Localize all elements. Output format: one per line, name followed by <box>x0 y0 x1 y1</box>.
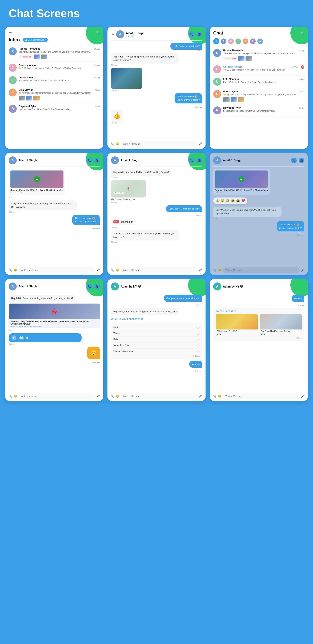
message-input[interactable] <box>18 394 95 399</box>
map-bubble[interactable]: 📍 Bhershah Rd <box>111 180 146 198</box>
microphone-icon[interactable]: 🎤 <box>96 394 100 398</box>
call-button[interactable]: 📞 <box>87 158 92 163</box>
message-file: PDF Tickets.pdf 6:50 pm <box>111 218 202 228</box>
emoji-icon[interactable]: 😊 <box>13 268 17 272</box>
reaction-sad[interactable]: 😢 <box>231 199 235 203</box>
video-button[interactable]: 🎥 <box>299 158 304 163</box>
chat-header: A Advit J. Singh 📞 🎥 <box>213 156 304 167</box>
music-card[interactable]: ▶ Summer Music Mix 2018 🌴 - Kygo, The Ch… <box>9 169 65 195</box>
message-input[interactable] <box>121 394 197 399</box>
call-button[interactable]: 📞 <box>189 32 194 37</box>
attach-icon[interactable]: 📎 <box>9 394 12 398</box>
list-item[interactable]: L Lela Manning16 Aug From Wetlands To Ca… <box>9 74 100 86</box>
list-item[interactable]: E Elva Clayton29 Jul 🤝 My friends and fa… <box>9 86 100 103</box>
avatar: A <box>213 156 221 164</box>
attach-icon[interactable]: 📎 <box>111 394 114 398</box>
option-mens-plus[interactable]: Men's Plus Size <box>113 342 200 349</box>
video-button[interactable]: 🎥 <box>196 32 202 37</box>
microphone-icon[interactable]: 🎤 <box>301 268 304 272</box>
search-icon[interactable]: 🔍 <box>96 30 100 34</box>
message-received: Yes Advit, How can i help you? and What … <box>111 53 202 66</box>
avatar-small[interactable]: R <box>220 38 227 44</box>
reaction-thumbs-up[interactable]: 👍 <box>215 199 219 203</box>
list-item[interactable]: C Cordelia Allison20 Aug 🙌 CDC Issues He… <box>213 63 304 76</box>
chat-header: A Advit J. Singh 📞 🎥 <box>9 156 100 167</box>
audio-message[interactable]: ▶ <box>9 333 82 342</box>
option-men[interactable]: Men <box>113 324 200 330</box>
attach-icon[interactable]: 📎 <box>213 268 217 272</box>
microphone-icon[interactable]: 🎤 <box>301 394 304 398</box>
list-item[interactable]: C Cordelia Allison20 Aug 🙌 CDC Issues He… <box>9 62 100 74</box>
emoji-icon[interactable]: 😊 <box>116 268 119 272</box>
product-image: 👙 <box>9 304 100 319</box>
contact-name: Adam by NY 🖤 <box>121 285 202 288</box>
emoji-icon[interactable]: 😊 <box>116 142 119 146</box>
list-item[interactable]: L Lela Manning16 Aug From Wetlands To Ca… <box>213 76 304 88</box>
message-map: 📍 Bhershah Rd 174 Emanuel Radial Apt. 68… <box>111 180 202 204</box>
option-kids[interactable]: Kids <box>113 336 200 342</box>
list-item[interactable]: E Elva Clayton29 Jul 🤝 My friends and fa… <box>213 88 304 104</box>
products-bubble: DO YOU LIKE ANY? Bikini Monokini Push Up… <box>213 308 304 341</box>
play-button[interactable]: ▶ <box>34 176 40 182</box>
music-thumbnail: ▶ <box>10 170 63 188</box>
attachment-image <box>26 96 32 100</box>
back-icon[interactable]: ← <box>111 32 114 36</box>
ticket-file[interactable]: PDF Tickets.pdf <box>111 218 135 225</box>
avatar-small[interactable]: E <box>242 38 249 44</box>
call-button[interactable]: 📞 <box>291 158 297 163</box>
messages-area: Women 6:10 pm Delivered DO YOU LIKE ANY?… <box>213 293 304 343</box>
avatar-small[interactable]: L <box>235 38 241 44</box>
emoji-icon[interactable]: 😊 <box>13 394 17 398</box>
reaction-heart[interactable]: ❤️ <box>241 199 245 203</box>
message-input[interactable] <box>223 394 300 399</box>
message-input[interactable] <box>121 141 197 147</box>
add-contact-button[interactable]: + <box>213 38 219 44</box>
reaction-neutral[interactable]: 😐 <box>226 199 230 203</box>
avatar-small[interactable]: C <box>228 38 234 44</box>
message-input[interactable] <box>18 267 95 273</box>
option-women[interactable]: Women <box>113 330 200 336</box>
play-button[interactable]: ▶ <box>239 176 244 182</box>
product-card[interactable]: Blue Colors Floral Swimwear Swimsuit £ 3… <box>260 314 302 336</box>
microphone-icon[interactable]: 🎤 <box>96 268 100 272</box>
video-button[interactable]: 🎥 <box>196 158 202 163</box>
attach-icon[interactable]: 📎 <box>9 268 12 272</box>
call-button[interactable]: 📞 <box>87 284 92 289</box>
avatar: R <box>9 105 17 113</box>
list-item[interactable]: R Ronnie Hernandez24 Aug Yes Advit, How … <box>213 47 304 63</box>
microphone-icon[interactable]: 🎤 <box>199 268 202 272</box>
product-card[interactable]: Bikini Monokini Push Up P... £ 3.5 <box>216 314 258 336</box>
list-item[interactable]: R Raymond Tyler21 Jul Les Houches The Hi… <box>9 103 100 115</box>
avatar: A <box>111 156 119 164</box>
attach-icon[interactable]: 📎 <box>111 142 114 146</box>
back-icon[interactable]: ← <box>9 30 12 34</box>
emoji-icon[interactable]: 😊 <box>218 268 222 272</box>
message-input[interactable] <box>121 267 197 273</box>
search-icon[interactable]: 🔍 <box>301 31 304 35</box>
audio-play-button[interactable]: ▶ <box>11 336 16 340</box>
microphone-icon[interactable]: 🎤 <box>199 394 202 398</box>
message-input[interactable] <box>223 267 300 273</box>
emoji-icon[interactable]: 😊 <box>116 394 119 398</box>
attach-icon[interactable]: 📎 <box>111 268 114 272</box>
chat-header: A Advit J. Singh 📞 🎥 <box>111 156 202 167</box>
list-item[interactable]: R Ronnie Hernandez24 Aug Yes Advit, How … <box>9 45 100 62</box>
product-link[interactable]: 👙 Women's Sexy One Piece Bikini Monokini… <box>9 304 100 328</box>
music-card[interactable]: ▶ Summer Music Mix 2018 🌴 - Kygo, The Ch… <box>213 169 270 195</box>
avatar: L <box>9 76 17 84</box>
reaction-laugh[interactable]: 😂 <box>236 199 240 203</box>
call-button[interactable]: 📞 <box>189 158 194 163</box>
emoji-icon[interactable]: 😊 <box>218 394 222 398</box>
avatar-small[interactable]: A <box>257 38 263 44</box>
attach-icon[interactable]: 📎 <box>213 394 217 398</box>
reaction-smile[interactable]: 😊 <box>220 199 224 203</box>
microphone-icon[interactable]: 🎤 <box>199 142 202 146</box>
reaction-bar[interactable]: 👍 😊 😐 😢 😂 ❤️ <box>213 198 247 204</box>
unread-badge[interactable]: 12 Unread message ▾ <box>23 38 48 42</box>
video-button[interactable]: 🎥 <box>94 284 100 289</box>
list-item[interactable]: R Raymond Tyler21 Jul Les Houches The Hi… <box>213 104 304 117</box>
option-womens-plus[interactable]: Women's Plus Size <box>113 349 200 354</box>
video-button[interactable]: 🎥 <box>94 158 100 163</box>
avatar-small[interactable]: R <box>250 38 256 44</box>
page-title: Chat Screens <box>5 7 308 20</box>
